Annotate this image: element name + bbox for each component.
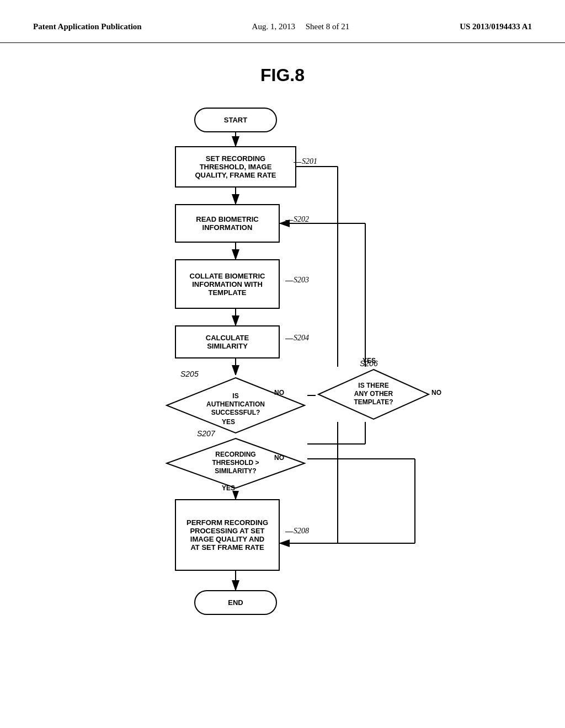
tag-s204: S204	[294, 334, 309, 342]
tag-s205-dash: S205	[180, 370, 199, 378]
step-s207: RECORDING THRESHOLD > SIMILARITY?	[164, 436, 307, 491]
start-node: START	[194, 108, 277, 132]
step-s204-label: CALCULATE SIMILARITY	[206, 334, 249, 350]
tag-s208-dash: —	[285, 527, 293, 536]
tag-s207: S207	[197, 429, 215, 438]
step-s201: SET RECORDING THRESHOLD, IMAGE QUALITY, …	[175, 146, 296, 188]
header-left: Patent Application Publication	[33, 22, 142, 31]
step-s204: CALCULATE SIMILARITY	[175, 325, 280, 358]
page-header: Patent Application Publication Aug. 1, 2…	[0, 0, 565, 43]
tag-s204-dash: —	[285, 334, 293, 342]
svg-text:AUTHENTICATION: AUTHENTICATION	[206, 400, 265, 408]
header-right: US 2013/0194433 A1	[460, 22, 532, 31]
step-s206: IS THERE ANY OTHER TEMPLATE?	[316, 367, 431, 422]
tag-s201: S201	[302, 157, 317, 166]
s205-yes-label: YES	[222, 418, 235, 426]
svg-text:IS THERE: IS THERE	[358, 382, 388, 389]
tag-s208: S208	[294, 527, 309, 536]
step-s203-label: COLLATE BIOMETRIC INFORMATION WITH TEMPL…	[190, 272, 265, 297]
step-s201-label: SET RECORDING THRESHOLD, IMAGE QUALITY, …	[195, 154, 276, 179]
end-node: END	[194, 590, 277, 615]
svg-text:TEMPLATE?: TEMPLATE?	[354, 398, 393, 406]
tag-s203: S203	[294, 276, 309, 285]
svg-text:SIMILARITY?: SIMILARITY?	[215, 467, 256, 475]
svg-text:IS: IS	[232, 392, 238, 400]
figure-title: FIG.8	[0, 65, 565, 85]
flowchart: START SET RECORDING THRESHOLD, IMAGE QUA…	[89, 102, 476, 698]
header-date: Aug. 1, 2013	[252, 22, 295, 31]
start-label: START	[224, 116, 247, 124]
step-s203: COLLATE BIOMETRIC INFORMATION WITH TEMPL…	[175, 259, 280, 309]
s205-no-label: NO	[274, 389, 284, 397]
s207-yes-label: YES	[222, 484, 235, 492]
end-label: END	[228, 598, 243, 607]
svg-text:SUCCESSFUL?: SUCCESSFUL?	[211, 409, 260, 416]
diamond-svg-s207: RECORDING THRESHOLD > SIMILARITY?	[164, 436, 307, 491]
step-s202: READ BIOMETRIC INFORMATION	[175, 204, 280, 243]
tag-s202: S202	[294, 215, 309, 224]
svg-text:RECORDING: RECORDING	[215, 451, 255, 458]
header-sheet: Sheet 8 of 21	[306, 22, 350, 31]
tag-s202-dash: —	[285, 215, 293, 224]
step-s205: IS AUTHENTICATION SUCCESSFUL?	[164, 375, 307, 436]
step-s202-label: READ BIOMETRIC INFORMATION	[196, 215, 258, 232]
step-s208-label: PERFORM RECORDING PROCESSING AT SET IMAG…	[186, 518, 268, 552]
s206-no-label: NO	[431, 389, 441, 397]
diamond-svg-s206: IS THERE ANY OTHER TEMPLATE?	[316, 367, 431, 422]
svg-text:ANY OTHER: ANY OTHER	[354, 390, 393, 398]
header-center: Aug. 1, 2013 Sheet 8 of 21	[252, 22, 350, 31]
s206-yes-label: YES	[363, 357, 376, 365]
s207-no-label: NO	[274, 454, 284, 462]
svg-text:THRESHOLD >: THRESHOLD >	[212, 459, 259, 467]
tag-s201-dash: —	[294, 157, 301, 166]
tag-s203-dash: —	[285, 276, 293, 285]
step-s208: PERFORM RECORDING PROCESSING AT SET IMAG…	[175, 499, 280, 571]
diamond-svg-s205: IS AUTHENTICATION SUCCESSFUL?	[164, 375, 307, 436]
